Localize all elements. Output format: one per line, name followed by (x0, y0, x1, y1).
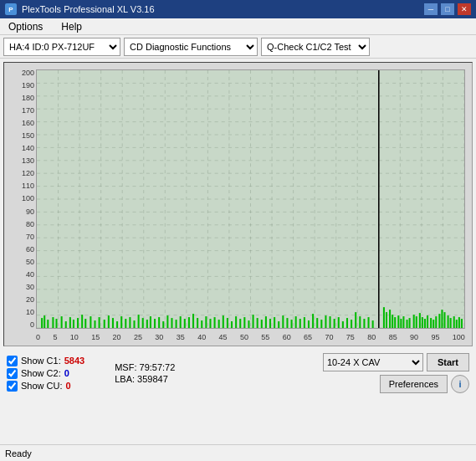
bottom-panel: Show C1: 5843 Show C2: 0 Show CU: 0 MSF:… (0, 350, 476, 400)
svg-rect-53 (90, 316, 91, 328)
preferences-button[interactable]: Preferences (380, 375, 448, 393)
svg-rect-109 (330, 316, 331, 328)
y-label-40: 40 (26, 271, 34, 279)
svg-rect-91 (253, 315, 254, 328)
x-label-15: 15 (91, 333, 100, 341)
y-label-10: 10 (26, 309, 34, 316)
speed-select[interactable]: 10-24 X CAV 4 X CLV 8 X CLV 16 X CLV Max… (323, 353, 423, 371)
chart-container: 200 190 180 170 160 150 140 130 120 110 … (3, 62, 473, 346)
svg-rect-43 (47, 320, 49, 328)
y-label-20: 20 (26, 296, 34, 304)
show-c1-checkbox[interactable] (7, 356, 18, 366)
svg-rect-113 (346, 318, 348, 328)
svg-rect-56 (104, 320, 105, 328)
svg-rect-133 (422, 317, 423, 328)
svg-rect-98 (282, 315, 284, 328)
c2-value: 0 (64, 368, 69, 378)
svg-rect-84 (223, 315, 224, 328)
svg-rect-138 (435, 316, 437, 328)
y-label-50: 50 (26, 259, 34, 266)
svg-rect-46 (61, 316, 63, 328)
y-label-80: 80 (26, 221, 34, 228)
x-label-10: 10 (70, 333, 79, 341)
info-button[interactable]: i (451, 375, 469, 393)
window-controls: ─ □ ✕ (424, 3, 471, 15)
stats-middle: MSF: 79:57:72 LBA: 359847 (115, 362, 175, 384)
svg-rect-79 (201, 320, 202, 328)
svg-rect-62 (129, 317, 131, 328)
svg-rect-115 (355, 312, 356, 328)
svg-rect-122 (389, 310, 391, 328)
x-label-25: 25 (134, 333, 142, 341)
svg-rect-103 (304, 317, 305, 328)
svg-rect-129 (409, 318, 411, 328)
svg-rect-55 (99, 317, 100, 328)
svg-rect-132 (419, 313, 421, 328)
cu-value: 0 (66, 381, 71, 391)
y-label-160: 160 (22, 120, 34, 127)
svg-rect-102 (299, 319, 301, 328)
start-button[interactable]: Start (427, 353, 469, 371)
svg-rect-82 (214, 317, 216, 328)
svg-rect-126 (400, 319, 402, 328)
function-select[interactable]: CD Diagnostic Functions (124, 38, 258, 56)
x-label-35: 35 (177, 333, 185, 341)
svg-rect-141 (443, 312, 445, 328)
x-label-85: 85 (389, 333, 397, 341)
show-c1-item: Show C1: 5843 (7, 356, 84, 366)
svg-rect-136 (430, 318, 432, 328)
svg-rect-45 (55, 319, 57, 328)
menu-bar: Options Help (0, 18, 476, 35)
show-cu-checkbox[interactable] (7, 381, 18, 392)
speed-row: 10-24 X CAV 4 X CLV 8 X CLV 16 X CLV Max… (323, 353, 469, 371)
svg-rect-128 (407, 320, 408, 328)
svg-rect-139 (438, 314, 440, 328)
x-axis: 0 5 10 15 20 25 30 35 40 45 50 55 60 65 … (36, 330, 465, 344)
stats-row: Show C1: 5843 Show C2: 0 Show CU: 0 MSF:… (7, 353, 469, 393)
svg-rect-111 (338, 317, 340, 328)
test-select[interactable]: Q-Check C1/C2 Test (261, 38, 370, 56)
drive-select[interactable]: HA:4 ID:0 PX-712UF (3, 38, 120, 56)
pref-row: Preferences i (380, 375, 469, 393)
svg-rect-86 (231, 321, 233, 328)
svg-rect-142 (448, 315, 449, 328)
svg-rect-69 (158, 317, 160, 328)
svg-rect-145 (456, 320, 458, 328)
svg-rect-110 (334, 319, 335, 328)
x-label-55: 55 (261, 333, 269, 341)
svg-rect-65 (142, 318, 144, 328)
y-label-190: 190 (22, 82, 34, 90)
svg-rect-135 (427, 315, 428, 328)
minimize-button[interactable]: ─ (424, 3, 438, 15)
checkbox-group: Show C1: 5843 Show C2: 0 Show CU: 0 (7, 356, 84, 392)
svg-rect-47 (65, 321, 67, 328)
x-label-40: 40 (197, 333, 206, 341)
show-c2-checkbox[interactable] (7, 368, 18, 379)
c1-value: 5843 (64, 356, 84, 366)
menu-help[interactable]: Help (56, 19, 87, 34)
svg-rect-101 (295, 316, 297, 328)
svg-rect-42 (44, 315, 45, 328)
y-label-100: 100 (22, 195, 34, 202)
y-label-70: 70 (26, 233, 34, 241)
toolbar: HA:4 ID:0 PX-712UF CD Diagnostic Functio… (0, 35, 476, 59)
x-label-90: 90 (410, 333, 418, 341)
y-label-110: 110 (22, 182, 34, 190)
svg-rect-117 (363, 319, 365, 328)
svg-rect-50 (77, 318, 79, 328)
svg-rect-94 (265, 316, 267, 328)
show-cu-item: Show CU: 0 (7, 381, 84, 392)
svg-rect-68 (154, 319, 156, 328)
svg-rect-108 (325, 315, 326, 328)
svg-rect-71 (166, 315, 168, 328)
maximize-button[interactable]: □ (441, 3, 454, 15)
menu-options[interactable]: Options (3, 19, 48, 34)
svg-rect-88 (239, 319, 241, 328)
svg-rect-119 (372, 320, 374, 328)
svg-rect-76 (188, 317, 190, 328)
svg-rect-81 (209, 319, 211, 328)
svg-rect-63 (133, 320, 135, 328)
svg-rect-137 (432, 320, 434, 328)
svg-rect-106 (316, 318, 318, 328)
close-button[interactable]: ✕ (458, 3, 471, 15)
